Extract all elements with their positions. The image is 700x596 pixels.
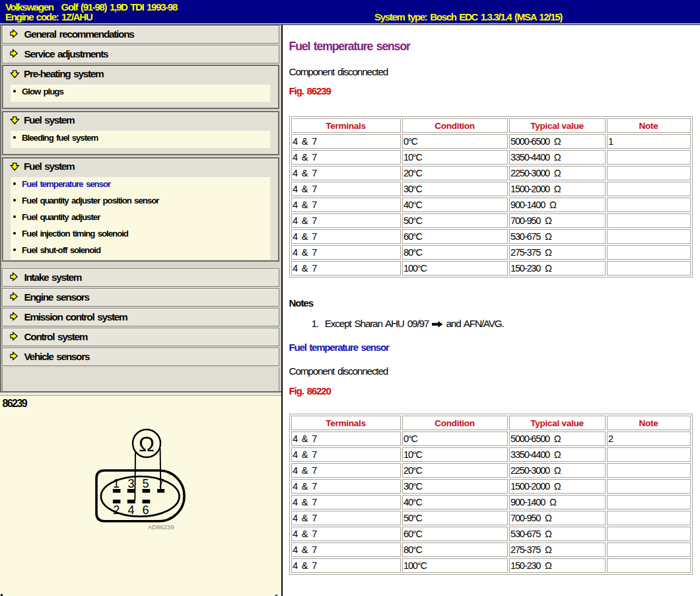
svg-text:6: 6 [142,503,149,517]
svg-text:3: 3 [127,477,134,490]
svg-text:Ω: Ω [139,432,155,456]
svg-text:7: 7 [157,477,164,490]
svg-text:2: 2 [113,503,120,517]
svg-text:AD86239: AD86239 [148,523,174,531]
svg-text:4: 4 [127,503,134,517]
svg-text:5: 5 [142,477,149,490]
svg-text:1: 1 [113,477,120,490]
